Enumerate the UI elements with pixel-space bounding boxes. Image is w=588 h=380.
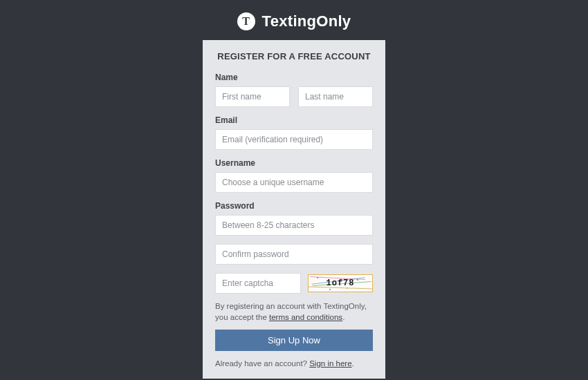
password-group: Password: [215, 201, 373, 236]
signin-link[interactable]: Sign in here: [309, 359, 351, 368]
name-group: Name: [215, 73, 373, 107]
username-input[interactable]: [215, 172, 373, 193]
captcha-input[interactable]: [215, 273, 301, 294]
register-card: REGISTER FOR A FREE ACCOUNT Name Email U…: [203, 40, 385, 379]
email-input[interactable]: [215, 129, 373, 150]
confirm-password-group: [215, 244, 373, 265]
sign-up-button[interactable]: Sign Up Now: [215, 330, 373, 351]
terms-text: By registering an account with TextingOn…: [215, 301, 373, 323]
last-name-input[interactable]: [298, 86, 373, 107]
terms-link[interactable]: terms and conditions: [269, 313, 342, 321]
captcha-image: 1of78: [308, 274, 373, 292]
email-group: Email: [215, 115, 373, 150]
password-label: Password: [215, 201, 373, 211]
confirm-password-input[interactable]: [215, 244, 373, 265]
email-label: Email: [215, 115, 373, 125]
first-name-input[interactable]: [215, 86, 290, 107]
brand-name: TextingOnly: [262, 12, 351, 30]
brand-header: T TextingOnly: [237, 12, 351, 30]
username-label: Username: [215, 158, 373, 168]
logo-icon: T: [237, 12, 255, 30]
username-group: Username: [215, 158, 373, 193]
captcha-value: 1of78: [326, 278, 354, 288]
password-input[interactable]: [215, 215, 373, 236]
name-label: Name: [215, 73, 373, 82]
card-title: REGISTER FOR A FREE ACCOUNT: [215, 51, 373, 61]
signin-row: Already have an account? Sign in here.: [215, 359, 373, 368]
terms-suffix: .: [342, 313, 344, 321]
signin-prefix: Already have an account?: [215, 359, 309, 368]
signin-suffix: .: [352, 359, 354, 368]
captcha-row: 1of78: [215, 273, 373, 294]
